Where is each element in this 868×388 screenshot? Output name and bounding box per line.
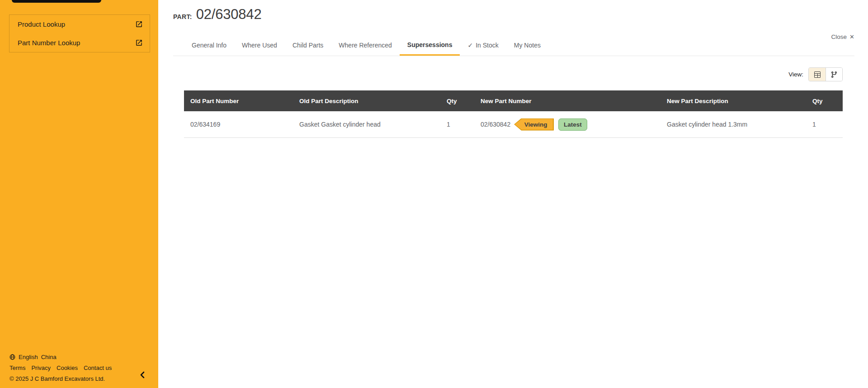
viewing-badge: Viewing xyxy=(514,118,554,131)
part-number-lookup-label: Part Number Lookup xyxy=(18,39,80,47)
old-part-number-cell: 02/634169 xyxy=(184,111,293,137)
logo-button-cutoff[interactable] xyxy=(12,0,101,3)
col-old-part-number: Old Part Number xyxy=(184,90,293,111)
locale-row: English China xyxy=(9,354,112,360)
col-new-part-description: New Part Description xyxy=(660,90,806,111)
chevron-left-icon xyxy=(140,371,145,379)
table-header-row: Old Part Number Old Part Description Qty… xyxy=(184,90,843,111)
language-link[interactable]: English xyxy=(19,354,38,360)
table-icon xyxy=(814,71,821,78)
sidebar-item-part-number-lookup[interactable]: Part Number Lookup xyxy=(9,33,150,52)
old-qty-cell: 1 xyxy=(440,111,474,137)
tab-child-parts[interactable]: Child Parts xyxy=(285,35,331,56)
table-row[interactable]: 02/634169 Gasket Gasket cylinder head 1 … xyxy=(184,111,843,138)
new-part-number-value: 02/630842 xyxy=(481,121,510,128)
tab-supersessions[interactable]: Supersessions xyxy=(400,35,460,56)
col-new-part-number: New Part Number xyxy=(474,90,660,111)
part-label: PART: xyxy=(173,13,192,20)
lookup-menu: Product Lookup Part Number Lookup xyxy=(9,14,150,52)
sidebar-item-product-lookup[interactable]: Product Lookup xyxy=(9,15,150,33)
tab-where-used[interactable]: Where Used xyxy=(234,35,285,56)
cookies-link[interactable]: Cookies xyxy=(57,364,78,371)
sidebar-collapse-button[interactable] xyxy=(137,370,147,380)
product-lookup-label: Product Lookup xyxy=(18,20,65,28)
globe-icon xyxy=(9,354,15,360)
col-old-qty: Qty xyxy=(440,90,474,111)
view-label: View: xyxy=(788,71,803,78)
privacy-link[interactable]: Privacy xyxy=(31,364,51,371)
view-toggle: View: xyxy=(788,67,843,81)
part-header: PART: 02/630842 xyxy=(173,6,261,23)
legal-links: Terms Privacy Cookies Contact us xyxy=(9,364,112,371)
col-new-qty: Qty xyxy=(806,90,843,111)
main-content: PART: 02/630842 Close ✕ General Info Whe… xyxy=(158,0,868,388)
branch-icon xyxy=(830,71,838,78)
tab-general-info[interactable]: General Info xyxy=(184,35,234,56)
check-icon: ✓ xyxy=(467,42,473,49)
latest-badge: Latest xyxy=(558,118,587,131)
new-part-description-cell: Gasket cylinder head 1.3mm xyxy=(660,111,806,137)
copyright-text: © 2025 J C Bamford Excavators Ltd. xyxy=(9,375,112,382)
supersessions-table: Old Part Number Old Part Description Qty… xyxy=(184,90,843,138)
table-view-button[interactable] xyxy=(809,68,826,81)
new-part-number-cell: 02/630842 Viewing Latest xyxy=(474,111,660,137)
region-link[interactable]: China xyxy=(41,354,57,360)
open-in-new-icon xyxy=(135,20,143,28)
contact-us-link[interactable]: Contact us xyxy=(84,364,112,371)
view-button-group xyxy=(808,67,843,81)
page-title: 02/630842 xyxy=(196,6,262,23)
part-tabs: General Info Where Used Child Parts Wher… xyxy=(173,35,854,56)
tab-where-referenced[interactable]: Where Referenced xyxy=(331,35,400,56)
tab-in-stock[interactable]: ✓ In Stock xyxy=(460,35,506,56)
tree-view-button[interactable] xyxy=(826,68,842,81)
old-part-description-cell: Gasket Gasket cylinder head xyxy=(293,111,440,137)
col-old-part-description: Old Part Description xyxy=(293,90,440,111)
terms-link[interactable]: Terms xyxy=(9,364,25,371)
sidebar-footer: English China Terms Privacy Cookies Cont… xyxy=(9,354,112,382)
tab-my-notes[interactable]: My Notes xyxy=(506,35,548,56)
open-in-new-icon xyxy=(135,39,143,47)
sidebar: Product Lookup Part Number Lookup Englis… xyxy=(0,0,158,388)
new-qty-cell: 1 xyxy=(806,111,843,137)
